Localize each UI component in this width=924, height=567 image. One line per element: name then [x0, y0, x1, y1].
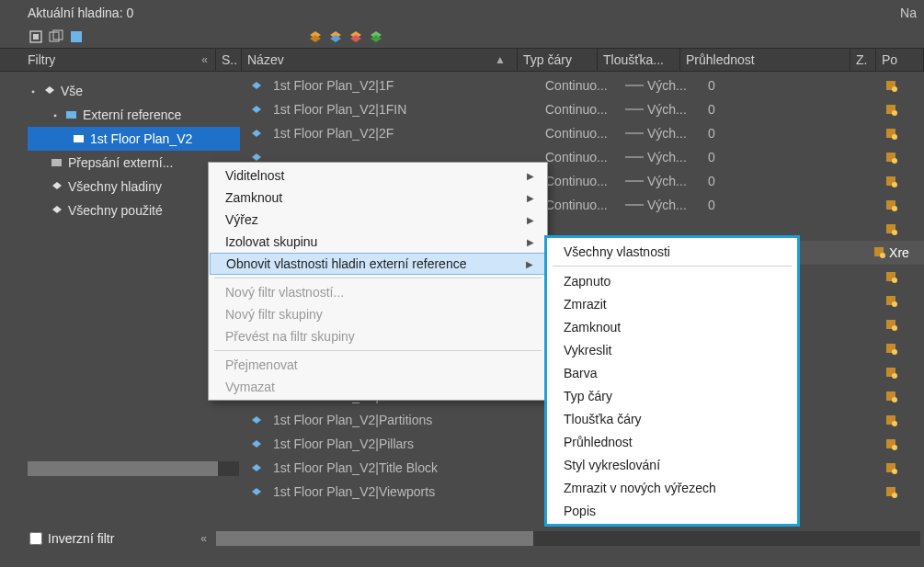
layer-extra-cell[interactable] [878, 222, 904, 235]
layer-extra-cell[interactable] [878, 294, 904, 307]
cm-isolate[interactable]: Izolovat skupinu▶ [209, 231, 547, 253]
layer-name-cell[interactable]: 1st Floor Plan_V2|1F [269, 78, 545, 93]
tree-external-refs[interactable]: ▪ Externí reference [28, 103, 240, 127]
layer-name-cell[interactable]: 1st Floor Plan_V2|1FIN [269, 102, 545, 117]
expander-icon[interactable]: ▪ [28, 85, 39, 96]
context-menu-main[interactable]: Viditelnost▶ Zamknout▶ Výřez▶ Izolovat s… [208, 162, 548, 401]
cm-reset-xref[interactable]: Obnovit vlastnosti hladin externí refere… [210, 253, 546, 275]
col-lineweight[interactable]: Tloušťka... [598, 49, 680, 71]
layer-row[interactable]: 1st Floor Plan_V2|2FContinuo...Vých...0 [244, 121, 924, 145]
layer-extra-cell[interactable] [878, 461, 904, 474]
layer-lineweight-cell[interactable]: Vých... [625, 198, 708, 212]
layer-state-icon[interactable] [68, 28, 85, 45]
layer-linetype-cell[interactable]: Continuo... [545, 78, 625, 93]
layer-extra-cell[interactable] [878, 127, 904, 140]
layer-linetype-cell[interactable]: Continuo... [545, 126, 625, 141]
collapse-left-icon[interactable]: « [201, 53, 208, 66]
cm-lock[interactable]: Zamknout▶ [209, 187, 547, 209]
layer-row[interactable]: 1st Floor Plan_V2|1FINContinuo...Vých...… [244, 97, 924, 121]
layer-lineweight-cell[interactable]: Vých... [625, 102, 708, 117]
cm-lock-label: Zamknout [225, 190, 282, 205]
svg-point-63 [892, 421, 897, 426]
cm-on[interactable]: Zapnuto [547, 269, 797, 292]
cm-description[interactable]: Popis [547, 499, 797, 522]
layer-extra-cell[interactable]: Xre [878, 245, 904, 260]
layers-stack4-icon[interactable] [368, 28, 384, 45]
layer-extra-cell[interactable] [878, 390, 904, 403]
layers-stack3-icon[interactable] [348, 28, 364, 45]
layer-extra-cell[interactable] [878, 485, 904, 498]
cm-linetype[interactable]: Typ čáry [547, 384, 797, 407]
tree-root-all[interactable]: ▪ Vše [28, 79, 240, 103]
layer-lineweight-cell[interactable]: Vých... [625, 126, 708, 141]
col-z[interactable]: Z. [850, 49, 876, 71]
layer-lineweight-cell[interactable]: Vých... [625, 150, 708, 164]
layer-extra-cell[interactable] [878, 151, 904, 164]
layer-row[interactable]: 1st Floor Plan_V2|1FContinuo...Vých...0 [244, 74, 924, 97]
col-name[interactable]: Název ▲ [242, 49, 518, 71]
layer-name-cell[interactable]: 1st Floor Plan_V2|2F [269, 126, 545, 141]
new-group-filter-icon[interactable] [48, 28, 64, 45]
cm-freeze[interactable]: Zmrazit [547, 292, 797, 315]
context-submenu-reset[interactable]: Všechny vlastnosti Zapnuto Zmrazit Zamkn… [547, 238, 797, 524]
layer-linetype-cell[interactable]: Continuo... [545, 174, 625, 188]
layer-name-cell[interactable]: 1st Floor Plan_V2|Pillars [269, 437, 545, 451]
cm-visibility[interactable]: Viditelnost▶ [209, 164, 547, 187]
cm-transparency[interactable]: Průhlednost [547, 430, 797, 453]
layer-linetype-cell[interactable]: Continuo... [545, 198, 625, 212]
layer-extra-cell[interactable] [878, 414, 904, 426]
layer-transparency-cell[interactable]: 0 [708, 174, 878, 188]
invert-filter-input[interactable] [29, 532, 42, 545]
cm-color[interactable]: Barva [547, 361, 797, 384]
col-po[interactable]: Po [876, 49, 924, 71]
layer-name-cell[interactable]: 1st Floor Plan_V2|Partitions [269, 413, 545, 427]
cm-plotstyle[interactable]: Styl vykreslování [547, 453, 797, 476]
scrollbar-thumb[interactable] [28, 461, 218, 476]
collapse-bottom-icon[interactable]: « [200, 532, 207, 545]
col-transparency[interactable]: Průhlednost [680, 49, 850, 71]
new-filter-icon[interactable] [28, 28, 44, 45]
layer-name-cell[interactable]: 1st Floor Plan_V2|Viewports [269, 484, 545, 499]
sort-asc-icon[interactable]: ▲ [495, 53, 506, 66]
svg-rect-14 [66, 111, 76, 119]
layer-extra-cell[interactable] [878, 437, 904, 450]
cm-viewport[interactable]: Výřez▶ [209, 209, 547, 231]
layer-extra-cell[interactable] [878, 103, 904, 116]
bottom-scrollbar[interactable] [216, 531, 920, 546]
cm-plot[interactable]: Vykreslit [547, 338, 797, 361]
layers-all-icon [50, 179, 64, 194]
layer-extra-cell[interactable] [878, 318, 904, 331]
layer-transparency-cell[interactable]: 0 [708, 126, 878, 141]
layer-transparency-cell[interactable]: 0 [708, 102, 878, 117]
tree-file-selected[interactable]: 1st Floor Plan_V2 [28, 127, 240, 151]
col-linetype[interactable]: Typ čáry [518, 49, 598, 71]
layer-extra-cell[interactable] [878, 79, 904, 92]
layer-lineweight-cell[interactable]: Vých... [625, 174, 708, 188]
layer-linetype-cell[interactable]: Continuo... [545, 102, 625, 117]
layers-stack1-icon[interactable] [307, 28, 324, 45]
cm-lineweight[interactable]: Tloušťka čáry [547, 407, 797, 430]
cm-lock2[interactable]: Zamknout [547, 315, 797, 338]
invert-filter-checkbox[interactable]: Inverzní filtr « [0, 531, 216, 546]
filters-header[interactable]: Filtry « [0, 49, 216, 71]
scrollbar-thumb[interactable] [216, 531, 533, 546]
layer-transparency-cell[interactable]: 0 [708, 78, 878, 93]
layer-name-cell[interactable]: 1st Floor Plan_V2|Title Block [269, 460, 545, 475]
layer-linetype-cell[interactable]: Continuo... [545, 150, 625, 164]
cm-description-label: Popis [564, 504, 596, 518]
layer-transparency-cell[interactable]: 0 [708, 198, 878, 212]
layer-extra-cell[interactable] [878, 342, 904, 355]
cm-newvpfreeze[interactable]: Zmrazit v nových výřezech [547, 476, 797, 499]
layer-extra-cell[interactable] [878, 366, 904, 379]
layer-extra-cell[interactable] [878, 198, 904, 211]
layer-extra-cell[interactable] [878, 270, 904, 283]
layers-stack2-icon[interactable] [327, 28, 344, 45]
layer-extra-cell[interactable] [878, 175, 904, 187]
col-status[interactable]: S.. [216, 49, 242, 71]
layer-transparency-cell[interactable]: 0 [708, 150, 878, 164]
expander-icon[interactable]: ▪ [50, 109, 61, 120]
layer-lineweight-cell[interactable]: Vých... [625, 78, 708, 93]
svg-point-72 [892, 493, 897, 498]
left-scrollbar[interactable] [28, 461, 239, 476]
cm-all-props[interactable]: Všechny vlastnosti [547, 240, 797, 263]
